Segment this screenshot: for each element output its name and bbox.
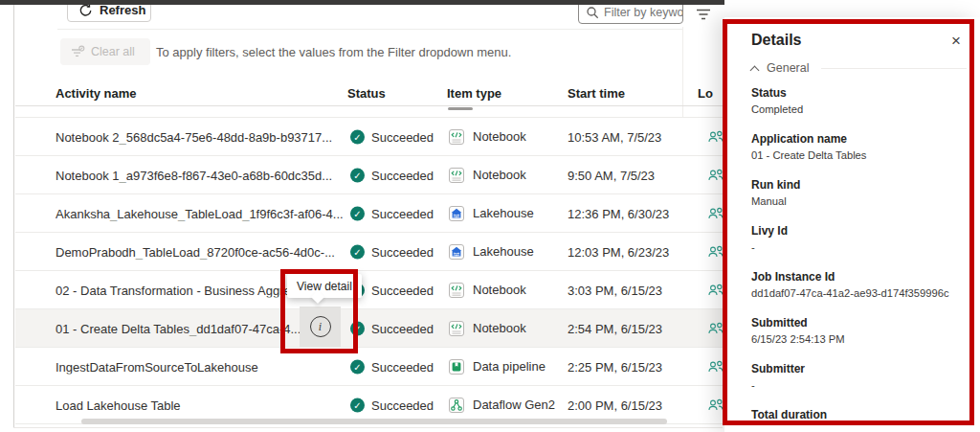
- status-cell: ✓ Succeeded: [350, 244, 434, 259]
- people-icon: [706, 319, 725, 338]
- table-row[interactable]: Load Lakehouse Table ✓ Succeeded Dataflo…: [15, 385, 723, 423]
- activity-name[interactable]: 02 - Data Transformation - Business Aggr…: [56, 283, 301, 297]
- view-detail-button[interactable]: i: [300, 307, 341, 347]
- activity-name[interactable]: Notebook 1_a973f6e8-f867-43e0-a68b-60dc3…: [56, 168, 332, 182]
- people-icon: [706, 281, 725, 300]
- status-label: Succeeded: [371, 359, 434, 374]
- item-type-cell: Notebook: [448, 282, 526, 299]
- status-label: Succeeded: [371, 283, 434, 297]
- item-type-label: Data pipeline: [473, 359, 546, 374]
- table-row[interactable]: Notebook 2_568dc5a4-75e6-48dd-8a9b-b9371…: [15, 117, 723, 155]
- status-label: Succeeded: [371, 206, 434, 220]
- status-label: Succeeded: [371, 398, 434, 412]
- item-type-cell: Notebook: [448, 167, 526, 184]
- item-type-label: Notebook: [473, 168, 526, 182]
- field-value: dd1daf07-47ca-41a2-ae93-d174f359996c: [751, 286, 967, 301]
- item-type-cell: Dataflow Gen2: [448, 397, 555, 414]
- notebook-icon: [448, 320, 465, 337]
- field-label: Status: [751, 86, 967, 100]
- field-value: Manual: [751, 194, 967, 209]
- item-type-cell: Notebook: [448, 128, 526, 146]
- activity-name[interactable]: IngestDataFromSourceToLakehouse: [56, 359, 258, 374]
- people-icon: [706, 357, 725, 376]
- mini-scrollbar-thumb[interactable]: [448, 107, 473, 110]
- item-type-label: Notebook: [473, 129, 526, 144]
- item-type-label: Notebook: [473, 321, 526, 335]
- item-type-label: Lakehouse: [473, 206, 534, 220]
- horizontal-scrollbar-thumb[interactable]: [81, 419, 667, 424]
- item-type-label: Dataflow Gen2: [473, 398, 555, 412]
- field-value: -: [751, 240, 967, 255]
- column-header-status[interactable]: Status: [347, 86, 386, 101]
- column-header-location[interactable]: Lo: [698, 86, 713, 101]
- succeeded-icon: ✓: [350, 398, 365, 412]
- page-bottom-border: [13, 427, 723, 428]
- column-header-activity-name[interactable]: Activity name: [56, 86, 137, 101]
- succeeded-icon: ✓: [350, 129, 365, 144]
- activity-name[interactable]: Load Lakehouse Table: [56, 398, 181, 412]
- status-cell: ✓ Succeeded: [350, 206, 434, 220]
- detail-field: Livy Id -: [751, 224, 967, 255]
- notebook-icon: [448, 282, 465, 299]
- status-cell: ✓ Succeeded: [350, 359, 434, 374]
- item-type-cell: Lakehouse: [448, 243, 534, 261]
- status-cell: ✓ Succeeded: [350, 398, 434, 412]
- field-value: 01 - Create Delta Tables: [751, 148, 967, 163]
- refresh-label: Refresh: [100, 3, 145, 17]
- field-label: Run kind: [751, 178, 967, 192]
- detail-field: Total duration: [751, 408, 967, 424]
- field-label: Total duration: [751, 408, 967, 421]
- close-icon[interactable]: ×: [946, 31, 967, 52]
- lakehouse-icon: [448, 205, 465, 222]
- field-label: Submitter: [751, 362, 967, 375]
- succeeded-icon: ✓: [350, 321, 365, 335]
- status-label: Succeeded: [371, 321, 434, 335]
- activity-table: Notebook 2_568dc5a4-75e6-48dd-8a9b-b9371…: [15, 117, 723, 424]
- table-row-selected[interactable]: 01 - Create Delta Tables_dd1daf07-47ca-4…: [15, 308, 723, 347]
- detail-field: Run kind Manual: [751, 178, 967, 209]
- chevron-up-icon: [750, 65, 760, 75]
- clear-all-label: Clear all: [91, 45, 135, 58]
- start-time: 3:03 PM, 6/15/23: [568, 283, 662, 297]
- details-fields: Status Completed Application name 01 - C…: [751, 86, 967, 424]
- toolbar-divider: [57, 29, 682, 30]
- header-divider: [15, 105, 723, 106]
- field-label: Submitted: [751, 316, 967, 330]
- field-value: Completed: [751, 102, 967, 117]
- keyword-filter-input[interactable]: [604, 6, 683, 19]
- general-section-toggle[interactable]: General: [751, 61, 967, 75]
- table-row[interactable]: 02 - Data Transformation - Business Aggr…: [15, 270, 723, 308]
- activity-name[interactable]: Notebook 2_568dc5a4-75e6-48dd-8a9b-b9371…: [56, 129, 332, 144]
- table-row[interactable]: DemoPrabodh_TableLoad_8720f0ce-ac56-4d0c…: [15, 232, 723, 270]
- field-label: Application name: [751, 132, 967, 146]
- item-type-cell: Lakehouse: [448, 205, 534, 222]
- column-header-item-type[interactable]: Item type: [447, 86, 501, 101]
- detail-field: Status Completed: [751, 86, 967, 117]
- people-icon: [706, 166, 725, 185]
- status-label: Succeeded: [371, 168, 434, 182]
- start-time: 9:50 AM, 7/5/23: [568, 168, 655, 182]
- table-row[interactable]: Akanksha_Lakehouse_TableLoad_1f9f6c3f-af…: [15, 193, 723, 232]
- status-label: Succeeded: [371, 244, 434, 259]
- data-pipeline-icon: [448, 358, 465, 375]
- column-header-start-time[interactable]: Start time: [568, 86, 625, 101]
- activity-name[interactable]: 01 - Create Delta Tables_dd1daf07-47ca-4…: [56, 321, 301, 335]
- refresh-icon: [78, 3, 93, 17]
- clear-all-button[interactable]: Clear all: [60, 38, 150, 65]
- filter-icon[interactable]: [696, 6, 715, 23]
- detail-field: Job Instance Id dd1daf07-47ca-41a2-ae93-…: [751, 270, 967, 301]
- field-value: -: [751, 378, 967, 393]
- people-icon: [706, 204, 725, 223]
- monitoring-hub-page: Refresh Clear all To apply filters, sele…: [0, 0, 980, 432]
- people-icon: [706, 242, 725, 261]
- detail-field: Submitter -: [751, 362, 967, 393]
- status-cell: ✓ Succeeded: [350, 129, 434, 144]
- succeeded-icon: ✓: [350, 206, 365, 220]
- table-row[interactable]: IngestDataFromSourceToLakehouse ✓ Succee…: [15, 347, 723, 385]
- item-type-label: Notebook: [473, 283, 526, 297]
- search-icon: [586, 6, 599, 19]
- table-row[interactable]: Notebook 1_a973f6e8-f867-43e0-a68b-60dc3…: [15, 155, 723, 193]
- activity-name[interactable]: Akanksha_Lakehouse_TableLoad_1f9f6c3f-af…: [56, 206, 343, 220]
- activity-name[interactable]: DemoPrabodh_TableLoad_8720f0ce-ac56-4d0c…: [56, 244, 335, 259]
- succeeded-icon: ✓: [350, 359, 365, 374]
